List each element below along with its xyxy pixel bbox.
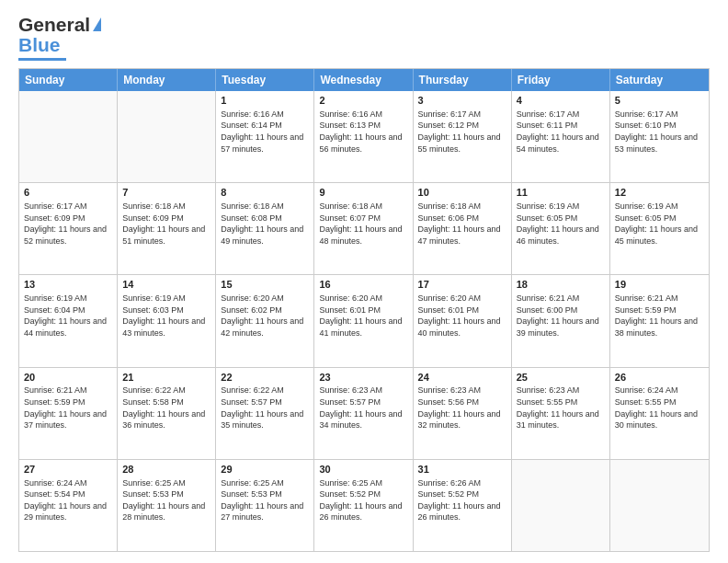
day-number: 17 [418, 278, 506, 292]
logo: General Blue [18, 15, 101, 61]
calendar-cell: 2Sunrise: 6:16 AM Sunset: 6:13 PM Daylig… [314, 91, 413, 182]
calendar-cell [610, 460, 709, 551]
calendar-cell: 12Sunrise: 6:19 AM Sunset: 6:05 PM Dayli… [610, 183, 709, 274]
cell-info: Sunrise: 6:25 AM Sunset: 5:53 PM Dayligh… [122, 477, 210, 523]
calendar-cell: 25Sunrise: 6:23 AM Sunset: 5:55 PM Dayli… [512, 368, 610, 459]
page: General Blue SundayMondayTuesdayWednesda… [0, 0, 728, 563]
cell-info: Sunrise: 6:21 AM Sunset: 5:59 PM Dayligh… [615, 293, 704, 339]
calendar-cell: 19Sunrise: 6:21 AM Sunset: 5:59 PM Dayli… [610, 275, 709, 366]
day-number: 30 [319, 463, 407, 477]
cell-info: Sunrise: 6:25 AM Sunset: 5:53 PM Dayligh… [221, 477, 309, 523]
cell-info: Sunrise: 6:18 AM Sunset: 6:08 PM Dayligh… [221, 201, 309, 247]
cell-info: Sunrise: 6:17 AM Sunset: 6:10 PM Dayligh… [615, 109, 704, 155]
day-number: 12 [615, 186, 704, 200]
weekday-header: Wednesday [314, 69, 413, 91]
cell-info: Sunrise: 6:19 AM Sunset: 6:04 PM Dayligh… [24, 293, 112, 339]
day-number: 22 [221, 371, 309, 385]
cell-info: Sunrise: 6:21 AM Sunset: 5:59 PM Dayligh… [24, 385, 112, 431]
day-number: 23 [319, 371, 407, 385]
calendar-cell: 18Sunrise: 6:21 AM Sunset: 6:00 PM Dayli… [512, 275, 610, 366]
calendar-cell [118, 91, 216, 182]
calendar-cell: 8Sunrise: 6:18 AM Sunset: 6:08 PM Daylig… [216, 183, 314, 274]
calendar-cell: 15Sunrise: 6:20 AM Sunset: 6:02 PM Dayli… [216, 275, 314, 366]
calendar-cell: 11Sunrise: 6:19 AM Sunset: 6:05 PM Dayli… [512, 183, 610, 274]
day-number: 31 [418, 463, 506, 477]
calendar-cell: 30Sunrise: 6:25 AM Sunset: 5:52 PM Dayli… [314, 460, 413, 551]
calendar-body: 1Sunrise: 6:16 AM Sunset: 6:14 PM Daylig… [19, 91, 709, 551]
cell-info: Sunrise: 6:23 AM Sunset: 5:57 PM Dayligh… [319, 385, 407, 431]
cell-info: Sunrise: 6:19 AM Sunset: 6:05 PM Dayligh… [615, 201, 704, 247]
calendar-cell: 17Sunrise: 6:20 AM Sunset: 6:01 PM Dayli… [414, 275, 512, 366]
cell-info: Sunrise: 6:22 AM Sunset: 5:57 PM Dayligh… [221, 385, 309, 431]
calendar-row: 27Sunrise: 6:24 AM Sunset: 5:54 PM Dayli… [19, 460, 709, 551]
calendar-cell: 22Sunrise: 6:22 AM Sunset: 5:57 PM Dayli… [216, 368, 314, 459]
calendar-cell: 9Sunrise: 6:18 AM Sunset: 6:07 PM Daylig… [314, 183, 413, 274]
day-number: 25 [517, 371, 605, 385]
day-number: 6 [24, 186, 112, 200]
cell-info: Sunrise: 6:19 AM Sunset: 6:05 PM Dayligh… [517, 201, 605, 247]
day-number: 7 [122, 186, 210, 200]
calendar-cell [512, 460, 610, 551]
calendar-row: 20Sunrise: 6:21 AM Sunset: 5:59 PM Dayli… [19, 368, 709, 460]
cell-info: Sunrise: 6:20 AM Sunset: 6:01 PM Dayligh… [319, 293, 407, 339]
day-number: 5 [615, 94, 704, 108]
cell-info: Sunrise: 6:18 AM Sunset: 6:06 PM Dayligh… [418, 201, 506, 247]
day-number: 24 [418, 371, 506, 385]
day-number: 27 [24, 463, 112, 477]
cell-info: Sunrise: 6:23 AM Sunset: 5:56 PM Dayligh… [418, 385, 506, 431]
day-number: 4 [517, 94, 605, 108]
day-number: 20 [24, 371, 112, 385]
calendar-cell: 28Sunrise: 6:25 AM Sunset: 5:53 PM Dayli… [118, 460, 216, 551]
day-number: 1 [221, 94, 309, 108]
cell-info: Sunrise: 6:23 AM Sunset: 5:55 PM Dayligh… [517, 385, 605, 431]
day-number: 13 [24, 278, 112, 292]
cell-info: Sunrise: 6:16 AM Sunset: 6:14 PM Dayligh… [221, 109, 309, 155]
weekday-header: Sunday [19, 69, 118, 91]
weekday-header: Friday [512, 69, 610, 91]
cell-info: Sunrise: 6:17 AM Sunset: 6:09 PM Dayligh… [24, 201, 112, 247]
cell-info: Sunrise: 6:16 AM Sunset: 6:13 PM Dayligh… [319, 109, 407, 155]
day-number: 14 [122, 278, 210, 292]
day-number: 11 [517, 186, 605, 200]
weekday-header: Saturday [610, 69, 709, 91]
calendar-cell: 31Sunrise: 6:26 AM Sunset: 5:52 PM Dayli… [414, 460, 512, 551]
day-number: 2 [319, 94, 407, 108]
calendar-cell: 26Sunrise: 6:24 AM Sunset: 5:55 PM Dayli… [610, 368, 709, 459]
cell-info: Sunrise: 6:19 AM Sunset: 6:03 PM Dayligh… [122, 293, 210, 339]
calendar-cell: 29Sunrise: 6:25 AM Sunset: 5:53 PM Dayli… [216, 460, 314, 551]
header: General Blue [18, 15, 710, 61]
calendar-cell: 1Sunrise: 6:16 AM Sunset: 6:14 PM Daylig… [216, 91, 314, 182]
day-number: 3 [418, 94, 506, 108]
calendar-cell: 3Sunrise: 6:17 AM Sunset: 6:12 PM Daylig… [414, 91, 512, 182]
cell-info: Sunrise: 6:17 AM Sunset: 6:12 PM Dayligh… [418, 109, 506, 155]
calendar-cell: 20Sunrise: 6:21 AM Sunset: 5:59 PM Dayli… [19, 368, 118, 459]
cell-info: Sunrise: 6:18 AM Sunset: 6:07 PM Dayligh… [319, 201, 407, 247]
calendar-cell: 23Sunrise: 6:23 AM Sunset: 5:57 PM Dayli… [314, 368, 413, 459]
calendar-cell: 10Sunrise: 6:18 AM Sunset: 6:06 PM Dayli… [414, 183, 512, 274]
day-number: 8 [221, 186, 309, 200]
calendar-row: 6Sunrise: 6:17 AM Sunset: 6:09 PM Daylig… [19, 183, 709, 275]
weekday-header: Thursday [414, 69, 512, 91]
day-number: 19 [615, 278, 704, 292]
calendar-cell: 6Sunrise: 6:17 AM Sunset: 6:09 PM Daylig… [19, 183, 118, 274]
weekday-header: Tuesday [216, 69, 314, 91]
calendar-cell [19, 91, 118, 182]
calendar-cell: 5Sunrise: 6:17 AM Sunset: 6:10 PM Daylig… [610, 91, 709, 182]
day-number: 18 [517, 278, 605, 292]
cell-info: Sunrise: 6:20 AM Sunset: 6:02 PM Dayligh… [221, 293, 309, 339]
calendar-cell: 21Sunrise: 6:22 AM Sunset: 5:58 PM Dayli… [118, 368, 216, 459]
calendar-cell: 4Sunrise: 6:17 AM Sunset: 6:11 PM Daylig… [512, 91, 610, 182]
calendar-row: 13Sunrise: 6:19 AM Sunset: 6:04 PM Dayli… [19, 275, 709, 367]
calendar-cell: 13Sunrise: 6:19 AM Sunset: 6:04 PM Dayli… [19, 275, 118, 366]
calendar-header: SundayMondayTuesdayWednesdayThursdayFrid… [19, 69, 709, 91]
day-number: 28 [122, 463, 210, 477]
calendar-cell: 7Sunrise: 6:18 AM Sunset: 6:09 PM Daylig… [118, 183, 216, 274]
cell-info: Sunrise: 6:24 AM Sunset: 5:55 PM Dayligh… [615, 385, 704, 431]
calendar-cell: 16Sunrise: 6:20 AM Sunset: 6:01 PM Dayli… [314, 275, 413, 366]
day-number: 9 [319, 186, 407, 200]
cell-info: Sunrise: 6:24 AM Sunset: 5:54 PM Dayligh… [24, 477, 112, 523]
day-number: 16 [319, 278, 407, 292]
day-number: 21 [122, 371, 210, 385]
cell-info: Sunrise: 6:25 AM Sunset: 5:52 PM Dayligh… [319, 477, 407, 523]
calendar-cell: 14Sunrise: 6:19 AM Sunset: 6:03 PM Dayli… [118, 275, 216, 366]
